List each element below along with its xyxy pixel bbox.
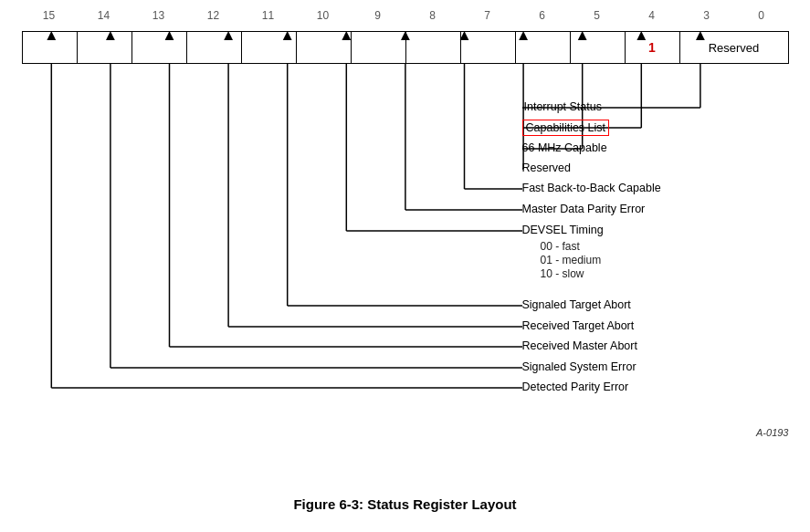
label-detected-parity: Detected Parity Error <box>522 381 629 393</box>
label-interrupt-status: Interrupt Status <box>524 100 602 113</box>
reg-cell-5 <box>571 32 626 63</box>
reg-cell-9 <box>352 32 406 63</box>
reg-cell-13 <box>132 32 187 63</box>
diagram-svg <box>13 9 798 493</box>
label-capabilities-list: Capabilities List <box>522 120 610 136</box>
bit-num-0: 0 <box>734 9 789 27</box>
label-devsel-10: 10 - slow <box>541 267 584 280</box>
bit-num-10: 10 <box>296 9 351 27</box>
bit-num-4: 4 <box>625 9 679 27</box>
label-signaled-target: Signaled Target Abort <box>522 298 631 311</box>
bit-num-8: 8 <box>405 9 460 27</box>
label-received-master: Received Master Abort <box>522 339 637 352</box>
bit-num-5: 5 <box>570 9 625 27</box>
bit-num-14: 14 <box>77 9 131 27</box>
figure-caption: Figure 6-3: Status Register Layout <box>293 496 516 512</box>
bit-num-15: 15 <box>22 9 77 27</box>
bit-num-3: 3 <box>679 9 734 27</box>
label-devsel-timing: DEVSEL Timing <box>522 224 604 236</box>
label-signaled-system: Signaled System Error <box>522 360 636 373</box>
bit-num-12: 12 <box>186 9 241 27</box>
reg-cell-14 <box>78 32 132 63</box>
reg-cell-4: 1 <box>626 32 680 63</box>
bit-num-6: 6 <box>515 9 570 27</box>
bit-num-7: 7 <box>460 9 515 27</box>
label-reserved: Reserved <box>522 162 572 174</box>
label-devsel-01: 01 - medium <box>541 254 602 266</box>
reg-cell-15 <box>23 32 78 63</box>
label-devsel-00: 00 - fast <box>541 240 580 253</box>
label-66mhz: 66 MHz Capable <box>522 141 607 154</box>
label-fast-back: Fast Back-to-Back Capable <box>522 182 661 194</box>
figure-id: A-0193 <box>756 427 788 438</box>
bit-num-9: 9 <box>351 9 405 27</box>
diagram-container: 15 14 13 12 11 10 9 8 7 6 5 4 3 0 1 Rese… <box>13 9 798 493</box>
reg-cell-7 <box>461 32 516 63</box>
reg-cell-12 <box>187 32 242 63</box>
reg-cell-6 <box>516 32 571 63</box>
reg-cell-11 <box>242 32 297 63</box>
reg-cell-reserved: Reserved <box>680 32 788 63</box>
label-received-target: Received Target Abort <box>522 319 635 332</box>
reg-cell-10 <box>297 32 352 63</box>
label-master-data-parity: Master Data Parity Error <box>522 203 646 215</box>
bit-num-11: 11 <box>241 9 296 27</box>
reg-cell-8 <box>406 32 461 63</box>
bit-num-13: 13 <box>131 9 186 27</box>
